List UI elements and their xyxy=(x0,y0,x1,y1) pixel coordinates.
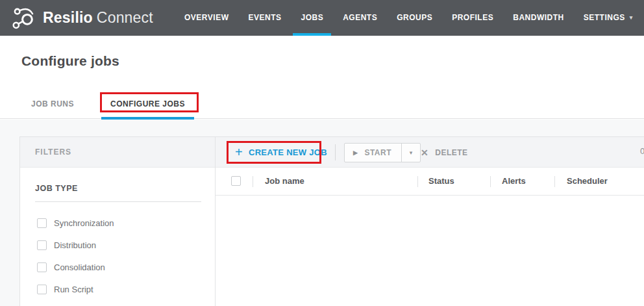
nav-item-bandwidth[interactable]: BANDWIDTH xyxy=(505,0,572,36)
plus-icon: + xyxy=(235,146,243,159)
delete-button-label: DELETE xyxy=(435,148,467,157)
nav-item-agents[interactable]: AGENTS xyxy=(335,0,385,36)
delete-button[interactable]: ✕ DELETE xyxy=(421,143,468,162)
configure-jobs-panel: FILTERS JOB TYPE Synchronization Distrib… xyxy=(19,136,644,306)
main-navigation: OVERVIEW EVENTS JOBS AGENTS GROUPS PROFI… xyxy=(177,0,641,36)
nav-item-groups[interactable]: GROUPS xyxy=(389,0,440,36)
caret-down-icon: ▾ xyxy=(410,149,413,156)
column-separator xyxy=(554,176,555,187)
filter-option-synchronization[interactable]: Synchronization xyxy=(20,212,215,234)
brand-name-secondary: Connect xyxy=(97,9,153,26)
filter-option-label: Consolidation xyxy=(54,262,105,272)
brand-name: ResilioConnect xyxy=(43,9,153,27)
start-options-dropdown[interactable]: ▾ xyxy=(401,144,420,162)
x-icon: ✕ xyxy=(421,148,428,157)
job-type-divider xyxy=(35,201,201,202)
checkbox-consolidation[interactable] xyxy=(37,262,47,272)
column-separator xyxy=(490,176,491,187)
column-header-scheduler: Scheduler xyxy=(567,176,608,186)
filter-option-distribution[interactable]: Distribution xyxy=(20,234,215,256)
filter-option-consolidation[interactable]: Consolidation xyxy=(20,256,215,278)
jobs-table-header: Job name Status Alerts Scheduler xyxy=(216,168,644,196)
start-button-group: ▶ START ▾ xyxy=(344,143,421,162)
filters-header: FILTERS xyxy=(20,137,215,168)
toolbar-separator xyxy=(335,144,336,160)
nav-item-settings-label: SETTINGS xyxy=(584,13,625,22)
resilio-logo-icon xyxy=(12,6,36,31)
job-type-options: Synchronization Distribution Consolidati… xyxy=(20,212,215,300)
nav-item-settings[interactable]: SETTINGS▾ xyxy=(576,0,641,36)
job-type-group-title: JOB TYPE xyxy=(35,184,215,193)
toolbar-right-count: 0 xyxy=(640,146,644,156)
filters-sidebar: FILTERS JOB TYPE Synchronization Distrib… xyxy=(20,137,216,306)
select-all-checkbox[interactable] xyxy=(231,176,241,186)
nav-item-profiles[interactable]: PROFILES xyxy=(444,0,501,36)
column-separator xyxy=(417,176,418,187)
checkbox-distribution[interactable] xyxy=(37,240,47,250)
brand-logo[interactable]: ResilioConnect xyxy=(12,6,153,31)
nav-item-overview[interactable]: OVERVIEW xyxy=(177,0,236,36)
column-header-job-name: Job name xyxy=(265,176,304,186)
checkbox-synchronization[interactable] xyxy=(37,218,47,228)
create-new-job-label: CREATE NEW JOB xyxy=(249,147,327,157)
filter-option-label: Run Script xyxy=(54,285,93,294)
caret-down-icon: ▾ xyxy=(630,0,633,36)
filter-option-run-script[interactable]: Run Script xyxy=(20,278,215,300)
tab-configure-jobs[interactable]: CONFIGURE JOBS xyxy=(101,91,194,119)
page-title: Configure jobs xyxy=(21,53,119,69)
column-separator xyxy=(253,176,253,187)
start-button-label: START xyxy=(364,148,391,157)
play-icon: ▶ xyxy=(353,149,358,156)
column-header-alerts: Alerts xyxy=(502,176,526,186)
top-navbar: ResilioConnect OVERVIEW EVENTS JOBS AGEN… xyxy=(0,0,644,36)
column-header-status: Status xyxy=(428,176,454,186)
nav-item-events[interactable]: EVENTS xyxy=(240,0,289,36)
filter-option-label: Distribution xyxy=(54,240,96,250)
filter-option-label: Synchronization xyxy=(54,218,114,228)
jobs-tab-bar: JOB RUNS CONFIGURE JOBS xyxy=(0,91,644,119)
create-new-job-button[interactable]: + CREATE NEW JOB xyxy=(229,142,333,162)
checkbox-run-script[interactable] xyxy=(37,285,47,294)
jobs-main-area: + CREATE NEW JOB ▶ START ▾ ✕ DELETE 0 xyxy=(216,137,644,306)
nav-item-jobs[interactable]: JOBS xyxy=(293,0,331,36)
brand-name-primary: Resilio xyxy=(43,9,93,26)
tab-job-runs[interactable]: JOB RUNS xyxy=(22,91,83,119)
start-button[interactable]: ▶ START xyxy=(345,144,401,162)
jobs-toolbar: + CREATE NEW JOB ▶ START ▾ ✕ DELETE 0 xyxy=(216,137,644,168)
